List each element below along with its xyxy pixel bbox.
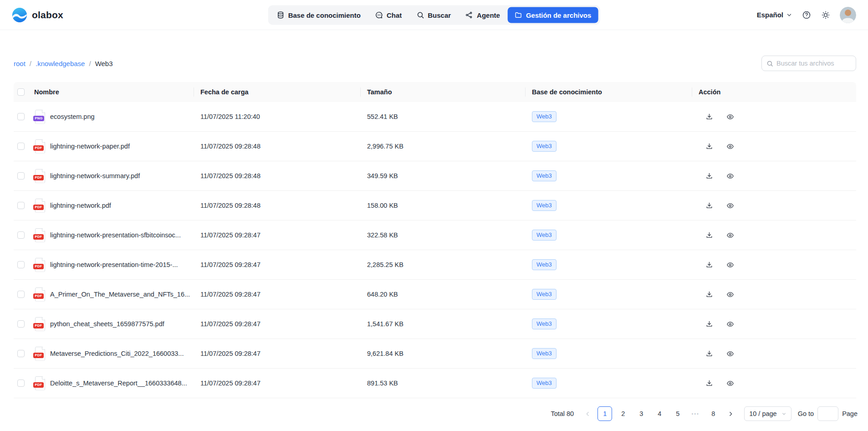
previous-page-button[interactable] <box>581 406 594 421</box>
download-icon <box>705 202 713 210</box>
file-name[interactable]: lightning-network-paper.pdf <box>50 143 130 150</box>
top-bar: olabox Base de conocimientoChatBuscarAge… <box>0 0 868 30</box>
download-button[interactable] <box>705 349 713 358</box>
select-all-checkbox[interactable] <box>17 88 25 96</box>
table-header: Nombre Fecha de carga Tamaño Base de con… <box>14 82 856 102</box>
nav-item-knowledge-base[interactable]: Base de conocimiento <box>270 7 368 23</box>
file-type-badge: PDF <box>33 234 44 240</box>
chevron-left-icon <box>585 411 591 417</box>
preview-button[interactable] <box>726 349 734 358</box>
brand-logo[interactable]: olabox <box>12 7 63 23</box>
eye-icon <box>726 172 734 180</box>
row-checkbox[interactable] <box>17 320 25 328</box>
file-name[interactable]: lightning-network-summary.pdf <box>50 172 140 180</box>
preview-button[interactable] <box>726 113 734 121</box>
row-checkbox[interactable] <box>17 202 25 209</box>
preview-button[interactable] <box>726 261 734 269</box>
upload-date: 11/07/2025 09:28:48 <box>200 202 367 209</box>
goto-label: Go to <box>798 410 814 417</box>
breadcrumb-item[interactable]: root <box>14 60 26 67</box>
download-button[interactable] <box>705 231 713 239</box>
file-size: 322.58 KB <box>367 231 532 239</box>
preview-button[interactable] <box>726 172 734 180</box>
file-name[interactable]: ecosystem.png <box>50 113 95 120</box>
table-row: PDF A_Primer_On_The_Metaverse_and_NFTs_1… <box>14 280 856 309</box>
file-size: 1,541.67 KB <box>367 320 532 328</box>
download-button[interactable] <box>705 320 713 328</box>
goto-page-input[interactable] <box>817 406 838 421</box>
breadcrumb: root/.knowledgebase/Web3 <box>14 60 113 67</box>
knowledgebase-badge: Web3 <box>532 170 557 181</box>
download-button[interactable] <box>705 261 713 269</box>
nav-item-agent[interactable]: Agente <box>459 7 507 23</box>
download-button[interactable] <box>705 172 713 180</box>
file-name[interactable]: lightning-network-presentation-time-2015… <box>50 261 178 268</box>
row-checkbox[interactable] <box>17 261 25 268</box>
preview-button[interactable] <box>726 320 734 328</box>
download-button[interactable] <box>705 379 713 387</box>
preview-button[interactable] <box>726 231 734 239</box>
file-name[interactable]: lightning-network-presentation-sfbitcoin… <box>50 231 181 239</box>
file-name[interactable]: python_cheat_sheets_1659877575.pdf <box>50 320 164 328</box>
row-checkbox[interactable] <box>17 113 25 120</box>
preview-button[interactable] <box>726 201 734 210</box>
file-name[interactable]: A_Primer_On_The_Metaverse_and_NFTs_16... <box>50 291 190 298</box>
row-checkbox[interactable] <box>17 231 25 239</box>
page-button-4[interactable]: 4 <box>652 406 667 421</box>
page-button-5[interactable]: 5 <box>670 406 685 421</box>
table-row: PDF Metaverse_Predictions_Citi_2022_1660… <box>14 339 856 369</box>
file-name[interactable]: Deloitte_s_Metaverse_Report__1660333648.… <box>50 380 187 387</box>
page-button-1[interactable]: 1 <box>597 406 612 421</box>
download-button[interactable] <box>705 201 713 210</box>
file-type-icon: PNG <box>34 110 46 124</box>
download-button[interactable] <box>705 290 713 298</box>
preview-button[interactable] <box>726 290 734 298</box>
search-input[interactable] <box>776 60 851 67</box>
breadcrumb-item[interactable]: .knowledgebase <box>36 60 85 67</box>
user-avatar[interactable] <box>840 7 856 23</box>
download-icon <box>705 380 713 387</box>
table-row: PDF Deloitte_s_Metaverse_Report__1660333… <box>14 369 856 398</box>
column-header-accion: Acción <box>699 82 856 102</box>
row-checkbox[interactable] <box>17 291 25 298</box>
file-name[interactable]: Metaverse_Predictions_Citi_2022_1660033.… <box>50 350 184 357</box>
pagination-ellipsis[interactable]: ••• <box>689 411 702 416</box>
page-button-2[interactable]: 2 <box>616 406 630 421</box>
download-icon <box>705 261 713 269</box>
next-page-button[interactable] <box>724 406 737 421</box>
nav-item-chat[interactable]: Chat <box>368 7 408 23</box>
knowledgebase-badge: Web3 <box>532 230 557 241</box>
file-name[interactable]: lightning-network.pdf <box>50 202 111 209</box>
page-label: Page <box>842 410 858 417</box>
page-button-3[interactable]: 3 <box>634 406 648 421</box>
nav-item-label: Base de conocimiento <box>288 11 361 19</box>
upload-date: 11/07/2025 09:28:47 <box>200 350 367 357</box>
download-button[interactable] <box>705 113 713 121</box>
column-header-base: Base de conocimiento <box>532 82 699 102</box>
download-button[interactable] <box>705 142 713 150</box>
help-button[interactable] <box>802 10 812 20</box>
sun-icon <box>821 10 830 20</box>
nav-item-label: Agente <box>477 11 500 19</box>
file-type-badge: PDF <box>33 382 44 388</box>
file-search-box <box>761 56 856 71</box>
preview-button[interactable] <box>726 379 734 387</box>
nav-item-file-management[interactable]: Gestión de archivos <box>508 7 598 23</box>
theme-toggle-button[interactable] <box>821 10 831 20</box>
row-checkbox[interactable] <box>17 380 25 387</box>
nav-item-search[interactable]: Buscar <box>409 7 458 23</box>
column-header-tamano: Tamaño <box>367 82 532 102</box>
preview-button[interactable] <box>726 142 734 150</box>
page-button-8[interactable]: 8 <box>706 406 720 421</box>
file-size: 349.59 KB <box>367 172 532 180</box>
download-icon <box>705 231 713 239</box>
language-selector[interactable]: Español <box>757 11 792 19</box>
table-row: PDF lightning-network-presentation-time-… <box>14 250 856 280</box>
row-checkbox[interactable] <box>17 143 25 150</box>
download-icon <box>705 291 713 298</box>
row-checkbox[interactable] <box>17 350 25 357</box>
row-checkbox[interactable] <box>17 172 25 180</box>
knowledgebase-badge: Web3 <box>532 378 557 389</box>
agent-icon <box>465 11 473 19</box>
page-size-select[interactable]: 10 / page <box>744 406 791 421</box>
